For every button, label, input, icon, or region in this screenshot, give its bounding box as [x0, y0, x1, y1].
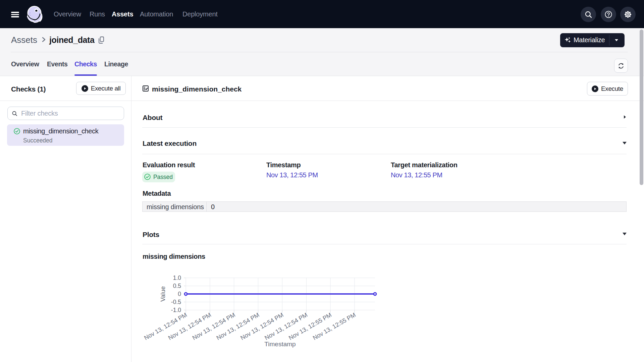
- svg-text:Nov 13, 12:55 PM: Nov 13, 12:55 PM: [287, 311, 333, 341]
- svg-text:Nov 13, 12:55 PM: Nov 13, 12:55 PM: [312, 311, 357, 341]
- svg-text:0.5: 0.5: [173, 283, 181, 289]
- svg-text:-0.5: -0.5: [171, 299, 181, 305]
- svg-text:Nov 13, 12:54 PM: Nov 13, 12:54 PM: [215, 311, 261, 341]
- svg-text:Nov 13, 12:54 PM: Nov 13, 12:54 PM: [143, 311, 188, 341]
- svg-text:1.0: 1.0: [173, 275, 181, 281]
- svg-text:0: 0: [178, 291, 181, 297]
- svg-text:Timestamp: Timestamp: [264, 341, 296, 348]
- svg-text:Value: Value: [159, 286, 166, 302]
- svg-text:Nov 13, 12:54 PM: Nov 13, 12:54 PM: [239, 311, 285, 341]
- svg-text:Nov 13, 12:54 PM: Nov 13, 12:54 PM: [191, 311, 236, 341]
- svg-text:Nov 13, 12:54 PM: Nov 13, 12:54 PM: [264, 311, 309, 341]
- svg-text:Nov 13, 12:54 PM: Nov 13, 12:54 PM: [167, 311, 212, 341]
- svg-text:-1.0: -1.0: [171, 307, 181, 313]
